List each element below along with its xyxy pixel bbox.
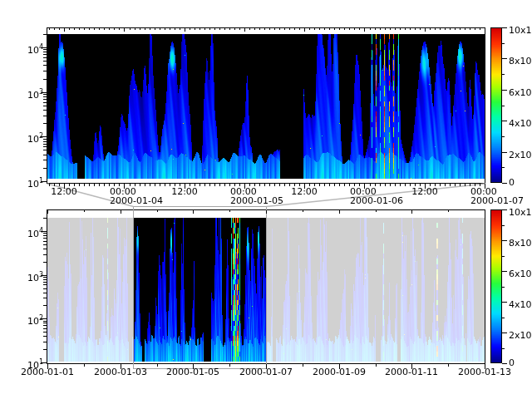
x-minor-tick-inside xyxy=(249,28,250,30)
x-minor-tick-inside xyxy=(69,28,70,30)
x-major-tick xyxy=(124,184,125,189)
y-minor-tick xyxy=(43,218,47,219)
x-minor-tick xyxy=(364,184,365,186)
x-major-tick-inside xyxy=(121,210,121,214)
y-minor-tick xyxy=(43,71,47,71)
y-minor-tick xyxy=(43,284,47,285)
x-minor-tick xyxy=(380,184,381,186)
x-minor-tick xyxy=(344,184,345,186)
x-minor-tick xyxy=(84,184,85,186)
x-major-tick xyxy=(485,364,485,369)
colorbar-major-tick xyxy=(502,90,507,91)
x-minor-tick xyxy=(450,184,451,186)
x-minor-tick xyxy=(349,184,350,186)
x-minor-tick-inside xyxy=(204,28,205,30)
x-tick-label: 2000-01-01 xyxy=(14,367,81,377)
x-minor-tick-inside xyxy=(309,28,310,30)
x-minor-tick-inside xyxy=(299,28,300,30)
colorbar-minor-tick xyxy=(502,106,505,106)
x-minor-tick xyxy=(64,184,65,186)
y-minor-tick xyxy=(43,279,47,280)
y-minor-tick xyxy=(43,144,47,145)
x-minor-tick xyxy=(244,184,245,186)
x-minor-tick-inside xyxy=(254,28,255,30)
x-minor-tick-inside xyxy=(130,28,131,30)
x-major-tick-inside xyxy=(485,210,485,214)
x-minor-tick xyxy=(229,184,230,186)
x-minor-tick-inside xyxy=(354,28,355,30)
colorbar-minor-tick xyxy=(502,318,505,318)
y-minor-tick xyxy=(43,110,47,111)
colorbar-minor-tick xyxy=(502,256,505,257)
x-minor-tick-inside xyxy=(405,28,406,30)
y-minor-tick xyxy=(43,349,47,350)
x-minor-tick-inside xyxy=(376,210,377,212)
x-minor-tick xyxy=(259,184,260,186)
x-minor-tick-inside xyxy=(274,28,275,30)
x-tick-label: 00:002000-01-07 xyxy=(470,187,524,205)
x-minor-tick-inside xyxy=(155,28,155,30)
faded-region-right xyxy=(266,218,485,362)
x-major-tick-inside xyxy=(364,28,365,32)
x-minor-tick xyxy=(200,184,200,186)
x-minor-tick-inside xyxy=(64,28,65,30)
colorbar-tick-label: 4x107 xyxy=(509,296,532,310)
x-minor-tick xyxy=(465,184,466,186)
x-minor-tick-inside xyxy=(170,28,170,30)
x-major-tick xyxy=(185,184,185,189)
x-tick-label: 12:00 xyxy=(392,187,458,196)
x-minor-tick xyxy=(119,184,120,186)
x-minor-tick-inside xyxy=(370,28,371,30)
x-minor-tick-inside xyxy=(435,28,436,30)
y-minor-tick xyxy=(43,235,47,236)
x-minor-tick xyxy=(299,184,300,186)
x-minor-tick-inside xyxy=(349,28,350,30)
x-minor-tick xyxy=(135,184,135,186)
y-major-tick xyxy=(41,92,47,93)
x-minor-tick xyxy=(274,184,275,186)
x-minor-tick-inside xyxy=(400,28,401,30)
x-minor-tick xyxy=(455,184,456,186)
x-minor-tick-inside xyxy=(259,28,260,30)
x-minor-tick-inside xyxy=(195,28,195,30)
y-tick-label: 103 xyxy=(13,269,43,283)
colorbar-tick-label: 8x107 xyxy=(509,234,532,249)
x-minor-tick-inside xyxy=(59,28,60,30)
y-minor-tick xyxy=(43,146,47,147)
y-major-tick xyxy=(41,136,47,137)
y-minor-tick xyxy=(43,49,47,50)
x-minor-tick-inside xyxy=(440,28,441,30)
x-minor-tick-inside xyxy=(390,28,391,30)
colorbar-major-tick xyxy=(502,332,507,333)
y-minor-tick xyxy=(43,282,47,283)
x-major-tick xyxy=(364,184,365,189)
x-minor-tick xyxy=(354,184,355,186)
x-minor-tick xyxy=(185,184,185,186)
x-tick-label: 2000-01-11 xyxy=(378,367,445,377)
x-minor-tick xyxy=(145,184,145,186)
zoom-selection-rectangle[interactable] xyxy=(133,206,267,369)
y-minor-tick xyxy=(43,116,47,116)
x-minor-tick xyxy=(94,184,95,186)
y-minor-tick xyxy=(43,96,47,97)
colorbar-minor-tick xyxy=(502,136,505,137)
x-minor-tick-inside xyxy=(135,28,135,30)
y-minor-tick xyxy=(43,102,47,103)
x-tick-label: 00:002000-01-04 xyxy=(110,187,163,205)
y-minor-tick xyxy=(43,34,47,35)
x-minor-tick xyxy=(264,184,265,186)
x-minor-tick xyxy=(84,364,85,367)
y-tick-label: 103 xyxy=(13,86,43,101)
colorbar-tick-label: 10x107 xyxy=(509,204,532,218)
y-major-tick xyxy=(41,275,47,276)
y-major-tick xyxy=(41,231,47,232)
x-minor-tick-inside xyxy=(209,28,210,30)
x-minor-tick-inside xyxy=(190,28,190,30)
x-major-tick-inside xyxy=(485,28,485,32)
x-minor-tick-inside xyxy=(450,28,451,30)
y-tick-label: 101 xyxy=(13,175,43,190)
x-minor-tick xyxy=(339,184,340,186)
x-minor-tick-inside xyxy=(180,28,180,30)
y-minor-tick xyxy=(43,288,47,289)
x-minor-tick-inside xyxy=(264,28,265,30)
